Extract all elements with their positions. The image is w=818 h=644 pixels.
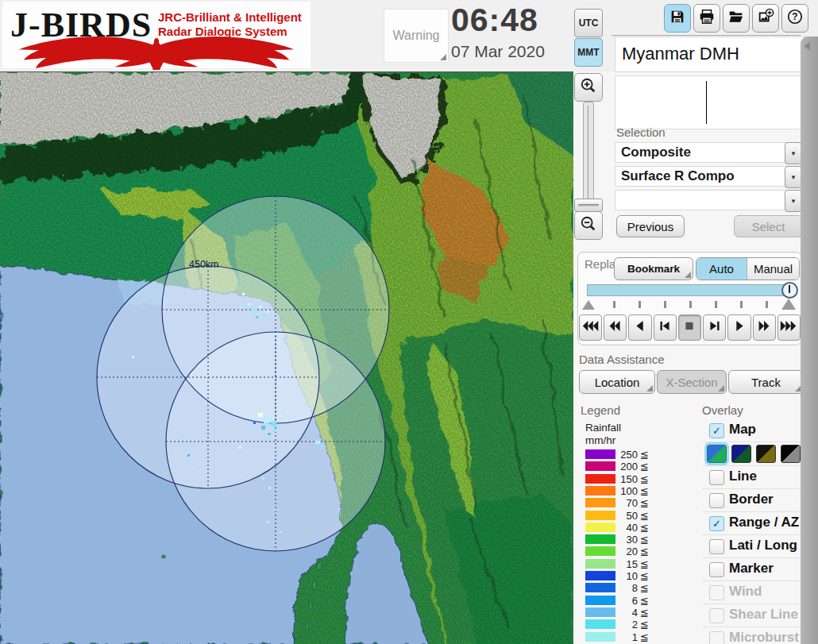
help-button[interactable]: ?: [781, 4, 808, 33]
forward-3x-button[interactable]: [777, 314, 801, 341]
unchecked-checkbox[interactable]: [709, 493, 724, 508]
manual-button[interactable]: Manual: [747, 258, 799, 280]
replay-slider-handle[interactable]: [781, 282, 798, 299]
unchecked-checkbox[interactable]: [709, 562, 724, 577]
map-zoom-slider-handle[interactable]: [574, 199, 603, 212]
legend-value: 30: [617, 534, 638, 546]
selection-label: Selection: [616, 125, 666, 139]
map-zoom-out-button[interactable]: [574, 211, 603, 240]
legend-row: 10 ≦: [582, 570, 655, 582]
forward-3x-icon: [779, 320, 798, 335]
slider-tick: [639, 301, 641, 308]
dropdown-product-arrow[interactable]: ▼: [785, 166, 802, 188]
timezone-utc-button[interactable]: UTC: [574, 9, 603, 37]
checked-checkbox[interactable]: ✓: [709, 423, 724, 438]
slider-start-marker[interactable]: [582, 300, 595, 310]
map-style-swatch-4[interactable]: [781, 445, 801, 463]
legend-row: 1 ≦: [582, 631, 655, 643]
stop-button[interactable]: [678, 314, 701, 341]
rewind-2x-button[interactable]: [604, 314, 627, 341]
play-reverse-button[interactable]: [628, 314, 651, 341]
legend-comparator: ≦: [640, 570, 649, 582]
overlay-row-line: Line: [702, 466, 801, 489]
unchecked-checkbox[interactable]: [709, 608, 724, 623]
legend-row: 40 ≦: [582, 522, 655, 534]
legend-color-chip: [585, 596, 615, 605]
overlay-item-label: Shear Line: [729, 607, 798, 623]
forward-2x-button[interactable]: [753, 314, 776, 341]
warning-button[interactable]: Warning: [384, 9, 449, 63]
track-button[interactable]: Track: [728, 370, 804, 394]
legend-color-chip: [585, 619, 615, 629]
unchecked-checkbox[interactable]: [709, 470, 724, 485]
svg-text:?: ?: [792, 11, 797, 22]
legend-row: 15 ≦: [582, 558, 655, 570]
legend-unit-1: Rainfall: [585, 422, 621, 434]
add-image-button[interactable]: [752, 4, 779, 33]
overlay-row-wind: Wind: [702, 581, 801, 604]
auto-button[interactable]: Auto: [696, 258, 747, 280]
map-zoom-slider[interactable]: [583, 102, 594, 208]
legend-row: 200 ≦: [582, 461, 655, 472]
legend-comparator: ≦: [640, 522, 649, 534]
legend-value: 8: [617, 582, 638, 594]
overlay-row-microburst: Microburst: [702, 627, 801, 644]
radar-map[interactable]: 450km: [0, 71, 573, 644]
dropdown-empty[interactable]: [615, 190, 790, 210]
legend-comparator: ≦: [640, 558, 649, 570]
clock-time: 06:48: [451, 2, 538, 39]
location-button[interactable]: Location: [579, 370, 655, 394]
map-style-swatch-3[interactable]: [756, 445, 776, 463]
previous-button[interactable]: Previous: [616, 215, 685, 237]
legend-row: 100 ≦: [582, 485, 655, 497]
map-style-swatch-1[interactable]: [707, 445, 727, 463]
skip-start-button[interactable]: [654, 314, 677, 341]
skip-end-button[interactable]: [703, 314, 726, 341]
legend-value: 250: [617, 449, 638, 461]
legend-row: 8 ≦: [582, 582, 655, 594]
dropdown-empty-arrow[interactable]: ▼: [785, 190, 802, 212]
overlay-row-marker: Marker: [702, 558, 801, 581]
select-button[interactable]: Select: [734, 215, 803, 237]
unchecked-checkbox[interactable]: [709, 585, 724, 600]
checked-checkbox[interactable]: ✓: [709, 516, 724, 531]
save-button[interactable]: [664, 4, 691, 33]
overlay-row-range-az: ✓ Range / AZ: [702, 512, 801, 535]
dropdown-composite[interactable]: Composite: [615, 142, 790, 163]
x-section-button[interactable]: X-Section: [657, 370, 727, 394]
play-reverse-icon: [631, 320, 650, 335]
dropdown-product[interactable]: Surface R Compo: [615, 166, 790, 187]
dropdown-composite-arrow[interactable]: ▼: [785, 142, 802, 164]
splitter-collapse-icon[interactable]: [804, 41, 810, 51]
legend-row: 50 ≦: [582, 510, 655, 522]
print-button[interactable]: [693, 4, 720, 33]
entry-field[interactable]: [615, 75, 802, 129]
rewind-3x-button[interactable]: [579, 314, 602, 341]
legend-label: Legend: [581, 403, 620, 417]
zoom-out-icon: [580, 215, 597, 236]
legend-value: 4: [617, 607, 638, 619]
open-folder-button[interactable]: [723, 4, 750, 33]
unchecked-checkbox[interactable]: [709, 539, 724, 554]
unchecked-checkbox[interactable]: [709, 631, 724, 644]
map-zoom-in-button[interactable]: [574, 73, 603, 102]
replay-slider-track[interactable]: [587, 284, 795, 296]
station-name-field[interactable]: Myanmar DMH: [615, 37, 808, 72]
legend-color-chip: [585, 461, 615, 471]
legend-value: 20: [617, 546, 638, 557]
bookmark-button[interactable]: Bookmark: [614, 257, 693, 280]
slider-end-marker[interactable]: [781, 299, 796, 310]
legend-color-chip: [585, 632, 615, 642]
rewind-3x-icon: [581, 320, 600, 335]
play-button[interactable]: [727, 314, 750, 341]
legend-color-chip: [585, 534, 615, 544]
overlay-row-border: Border: [702, 489, 801, 512]
legend-row: 4 ≦: [582, 607, 655, 619]
timezone-mmt-button[interactable]: MMT: [574, 38, 603, 67]
text-cursor: [706, 81, 707, 124]
panel-splitter[interactable]: [801, 37, 818, 644]
legend-color-chip: [585, 559, 615, 569]
map-style-swatch-2[interactable]: [731, 445, 751, 463]
legend-row: 250 ≦: [582, 449, 655, 461]
forward-2x-icon: [754, 320, 774, 335]
